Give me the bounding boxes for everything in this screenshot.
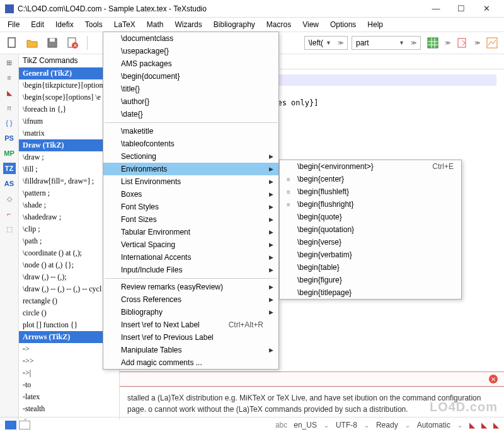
submenu-arrow-icon: ▶ xyxy=(269,254,273,260)
align-icon: ≡ xyxy=(284,189,294,196)
submenu-arrow-icon: ▶ xyxy=(269,309,273,315)
submenu-item[interactable]: \begin{verbatim} xyxy=(280,248,461,261)
menu-item[interactable]: Insert \ref to Previous Label xyxy=(103,331,278,344)
bookmark-flag-2[interactable]: ◣ xyxy=(481,421,487,429)
save-button[interactable] xyxy=(44,35,60,51)
menu-help[interactable]: Help xyxy=(362,19,388,30)
submenu-arrow-icon: ▶ xyxy=(269,153,273,160)
minimize-button[interactable]: — xyxy=(423,4,449,13)
misc-icon-2[interactable]: ⌐ xyxy=(3,208,16,219)
menu-view[interactable]: View xyxy=(297,19,324,30)
status-lang[interactable]: en_US xyxy=(294,421,317,429)
menu-item[interactable]: Tabular Environment▶ xyxy=(103,226,278,238)
menu-edit[interactable]: Edit xyxy=(26,19,49,30)
menu-item[interactable]: International Accents▶ xyxy=(103,251,278,264)
status-auto[interactable]: Automatic xyxy=(417,421,450,429)
chart-button[interactable] xyxy=(484,35,500,51)
tz-icon[interactable]: TZ xyxy=(3,163,16,174)
menu-shortcut: Ctrl+Alt+R xyxy=(229,320,263,329)
left-delimiter-combo[interactable]: \left(▼≫ xyxy=(304,36,348,50)
ps-icon[interactable]: PS xyxy=(3,132,16,144)
menu-latex[interactable]: LaTeX xyxy=(109,19,140,30)
open-file-button[interactable] xyxy=(24,35,40,51)
menu-item[interactable]: Add magic comments ... xyxy=(103,356,278,369)
submenu-item[interactable]: \begin{titlepage} xyxy=(280,286,461,299)
submenu-arrow-icon: ▶ xyxy=(269,284,273,290)
error-icon[interactable]: ✕ xyxy=(489,375,498,383)
menu-item[interactable]: Environments▶ xyxy=(103,163,278,175)
toolbar-overflow-icon-2[interactable]: ≫ xyxy=(474,40,480,46)
mp-icon[interactable]: MP xyxy=(3,148,16,159)
menu-item[interactable]: Font Sizes▶ xyxy=(103,213,278,226)
menu-item[interactable]: Boxes▶ xyxy=(103,188,278,201)
menu-item[interactable]: \title{} xyxy=(103,83,278,95)
submenu-item[interactable]: \begin{figure} xyxy=(280,274,461,286)
structure-icon[interactable]: ⊞ xyxy=(3,57,16,68)
spellcheck-icon[interactable]: abc xyxy=(275,421,287,429)
menu-separator xyxy=(105,122,277,123)
export-button[interactable] xyxy=(454,35,471,51)
menu-item[interactable]: \maketitle xyxy=(103,125,278,137)
bookmark-flag-3[interactable]: ◣ xyxy=(493,421,499,429)
bookmark-flag-1[interactable]: ◣ xyxy=(469,421,475,429)
menu-idefix[interactable]: Idefix xyxy=(50,19,79,30)
menu-item[interactable]: Insert \ref to Next LabelCtrl+Alt+R xyxy=(103,318,278,331)
menu-item[interactable]: \tableofcontents xyxy=(103,137,278,150)
align-icon: ≡ xyxy=(284,201,294,208)
menu-item[interactable]: Vertical Spacing▶ xyxy=(103,238,278,251)
menu-options[interactable]: Options xyxy=(325,19,361,30)
panel-command-item[interactable]: -latex xyxy=(19,391,119,403)
misc-icon-3[interactable]: ⬚ xyxy=(3,223,16,235)
submenu-item[interactable]: ≡\begin{flushleft} xyxy=(280,185,461,198)
menu-item[interactable]: Cross References▶ xyxy=(103,293,278,306)
submenu-item[interactable]: ≡\begin{flushright} xyxy=(280,198,461,211)
sections-icon[interactable]: ≡ xyxy=(3,72,16,83)
menu-wizards[interactable]: Wizards xyxy=(169,19,207,30)
menu-file[interactable]: File xyxy=(3,19,25,30)
menu-item[interactable]: \date{} xyxy=(103,108,278,120)
table-button[interactable] xyxy=(425,35,441,51)
menu-bibliography[interactable]: Bibliography xyxy=(209,19,260,30)
menu-macros[interactable]: Macros xyxy=(261,19,296,30)
menu-tools[interactable]: Tools xyxy=(80,19,108,30)
view-button-2[interactable] xyxy=(19,421,30,429)
misc-icon-1[interactable]: ◇ xyxy=(3,193,16,204)
submenu-item[interactable]: \begin{quote} xyxy=(280,211,461,223)
menu-item[interactable]: \usepackage{} xyxy=(103,45,278,57)
as-icon[interactable]: AS xyxy=(3,178,16,189)
pi-icon[interactable]: π xyxy=(3,102,16,114)
menu-item[interactable]: Input/Include Files▶ xyxy=(103,264,278,276)
menu-item[interactable]: Review remarks (easyReview)▶ xyxy=(103,281,278,293)
menu-item[interactable]: \begin{document} xyxy=(103,70,278,83)
svg-rect-11 xyxy=(458,38,466,47)
menu-math[interactable]: Math xyxy=(142,19,169,30)
info-box: stalled a (La)TeX distribution e.g. MiKT… xyxy=(120,387,504,420)
submenu-item[interactable]: \begin{verse} xyxy=(280,236,461,248)
maximize-button[interactable]: ☐ xyxy=(449,4,474,13)
bookmark-icon[interactable]: ◣ xyxy=(3,87,16,98)
braces-icon[interactable]: { } xyxy=(3,117,16,129)
submenu-item[interactable]: ≡\begin{center} xyxy=(280,173,461,185)
submenu-arrow-icon: ▶ xyxy=(269,204,273,210)
toolbar-overflow-icon[interactable]: ≫ xyxy=(445,40,450,46)
panel-command-item[interactable]: -to xyxy=(19,379,119,391)
close-button[interactable]: ✕ xyxy=(474,4,499,13)
part-combo[interactable]: part▼≫ xyxy=(352,36,421,50)
submenu-item[interactable]: \begin{<environment>}Ctrl+E xyxy=(280,160,461,173)
submenu-item[interactable]: \begin{quotation} xyxy=(280,223,461,236)
status-encoding[interactable]: UTF-8 xyxy=(336,421,357,429)
close-doc-button[interactable]: ✕ xyxy=(64,35,81,51)
menu-item[interactable]: AMS packages xyxy=(103,57,278,70)
panel-command-item[interactable]: -stealth xyxy=(19,403,119,415)
new-file-button[interactable] xyxy=(4,35,20,51)
menu-item[interactable]: List Environments▶ xyxy=(103,175,278,188)
menu-item[interactable]: Font Styles▶ xyxy=(103,201,278,213)
menu-item[interactable]: Bibliography▶ xyxy=(103,306,278,318)
menu-item[interactable]: Manipulate Tables▶ xyxy=(103,344,278,356)
submenu-item[interactable]: \begin{table} xyxy=(280,261,461,274)
menu-item[interactable]: Sectioning▶ xyxy=(103,150,278,163)
menu-item[interactable]: \author{} xyxy=(103,95,278,108)
menu-item[interactable]: \documentclass xyxy=(103,32,278,45)
submenu-arrow-icon: ▶ xyxy=(269,166,273,172)
view-button-1[interactable] xyxy=(5,421,16,429)
